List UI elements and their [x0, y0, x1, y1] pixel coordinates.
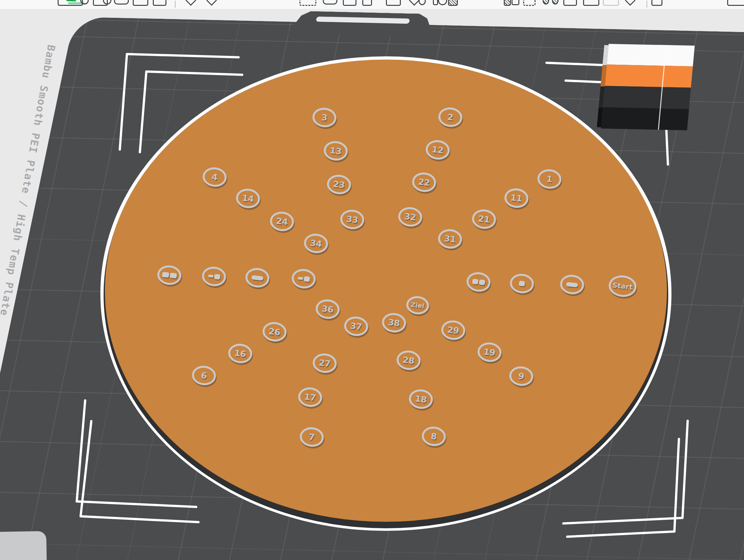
board-space-37[interactable]: 37: [344, 316, 368, 336]
board-space-ring: [466, 271, 491, 293]
board-space-ring: 29: [440, 319, 466, 341]
window-icon[interactable]: [727, 0, 744, 6]
board-space-symbol-7[interactable]: [560, 275, 584, 294]
board-space-label: 38: [387, 317, 400, 328]
chevron-down-icon[interactable]: [186, 0, 196, 6]
hatch-icon[interactable]: [448, 0, 458, 6]
board-space-start[interactable]: Start: [609, 275, 636, 297]
circle-icon[interactable]: [419, 0, 426, 5]
rect-icon[interactable]: [362, 0, 372, 6]
board-space-23[interactable]: 23: [327, 175, 351, 194]
chevron-down-icon[interactable]: [625, 0, 636, 6]
board-space-16[interactable]: 16: [228, 344, 252, 363]
board-space-28[interactable]: 28: [397, 350, 420, 370]
toolbar-divider: [646, 1, 647, 8]
pill-icon[interactable]: [114, 0, 129, 4]
board-space-ring: 16: [227, 342, 253, 364]
board-space-6[interactable]: 6: [192, 366, 216, 385]
board-space-12[interactable]: 12: [426, 140, 450, 159]
board-space-symbol-6[interactable]: [510, 274, 534, 293]
board-space-label: 12: [431, 144, 444, 155]
board-space-31[interactable]: 31: [438, 229, 462, 249]
plate-tab-icon[interactable]: [583, 0, 599, 6]
board-space-29[interactable]: 29: [441, 321, 465, 340]
board-space-symbol-3[interactable]: [246, 268, 269, 288]
at-circle-icon[interactable]: [438, 0, 447, 5]
hatched-circle-icon[interactable]: [543, 0, 549, 4]
board-space-9[interactable]: 9: [509, 366, 533, 386]
board-space-ring: 27: [312, 352, 338, 374]
board-space-33[interactable]: 33: [340, 210, 364, 229]
board-space-27[interactable]: 27: [313, 353, 337, 373]
board-space-ring: 2: [437, 106, 463, 128]
board-space-19[interactable]: 19: [478, 342, 501, 362]
board-space-symbol-4[interactable]: [292, 269, 316, 289]
board-space-3[interactable]: 3: [312, 108, 336, 127]
board-space-1[interactable]: 1: [537, 169, 561, 189]
plate-tab-light-icon[interactable]: [603, 0, 619, 6]
board-space-ring: 8: [421, 425, 447, 447]
board-space-symbol: [472, 279, 479, 285]
chevron-down-icon[interactable]: [409, 0, 419, 6]
board-space-7[interactable]: 7: [300, 427, 324, 447]
board-space-label: 9: [518, 371, 524, 381]
board-space-label: 27: [318, 358, 331, 369]
dashed-box-icon[interactable]: [299, 0, 316, 6]
prime-tower-band-black: [601, 107, 689, 130]
board-space-symbol: [298, 277, 303, 280]
board-space-ring: 4: [202, 166, 228, 188]
board-space-24[interactable]: 24: [270, 212, 294, 231]
board-space-38[interactable]: 38: [382, 313, 406, 332]
hatched-circle-icon[interactable]: [552, 0, 558, 4]
dotted-box-icon[interactable]: [523, 0, 535, 6]
board-space-17[interactable]: 17: [298, 387, 322, 407]
board-space-36[interactable]: 36: [316, 299, 340, 319]
board-space-ziel[interactable]: Ziel: [406, 296, 429, 314]
board-space-34[interactable]: 34: [304, 234, 328, 253]
board-space-label: 29: [447, 325, 459, 336]
file-icon[interactable]: [58, 0, 83, 6]
board-space-ring: 6: [191, 365, 217, 386]
hatch-icon[interactable]: [504, 0, 511, 6]
rect-icon[interactable]: [512, 0, 519, 5]
board-space-8[interactable]: 8: [422, 426, 446, 446]
panel-icon[interactable]: [133, 0, 148, 6]
board-space-symbol-1[interactable]: [157, 265, 181, 285]
board-space-21[interactable]: 21: [472, 210, 496, 229]
board-space-ring: 13: [323, 140, 349, 161]
rect-icon[interactable]: [386, 0, 401, 6]
board-space-4[interactable]: 4: [203, 167, 227, 187]
board-space-symbol: [566, 282, 578, 288]
board-space-18[interactable]: 18: [409, 389, 433, 409]
board-space-symbol: [251, 275, 263, 281]
board-space-22[interactable]: 22: [412, 173, 436, 192]
board-space-11[interactable]: 11: [505, 188, 528, 208]
board-space-14[interactable]: 14: [236, 189, 260, 208]
board-space-ring: 18: [408, 388, 434, 410]
prime-tower[interactable]: [601, 44, 695, 130]
slicer-3d-viewport[interactable]: 1234678911121314161718192122232426272829…: [0, 0, 744, 560]
board-space-ring: [509, 272, 535, 294]
board-space-ring: [559, 273, 585, 295]
board-space-label: 18: [414, 394, 427, 405]
board-space-label: 21: [478, 214, 490, 225]
chevron-down-icon[interactable]: [206, 0, 217, 6]
board-space-26[interactable]: 26: [263, 322, 287, 341]
flag-icon[interactable]: [652, 0, 662, 6]
board-space-13[interactable]: 13: [324, 141, 348, 160]
board-space-ring: 22: [411, 171, 437, 193]
board-space-symbol-5[interactable]: [467, 272, 490, 292]
crown-icon[interactable]: [563, 0, 577, 6]
rect-icon[interactable]: [343, 0, 357, 6]
board-space-ring: [291, 268, 317, 289]
rect-icon[interactable]: [433, 0, 438, 5]
rect-icon[interactable]: [153, 0, 166, 6]
pill-icon[interactable]: [323, 0, 337, 4]
board-space-32[interactable]: 32: [398, 207, 422, 227]
board-space-symbol-2[interactable]: [202, 267, 226, 286]
board-space-2[interactable]: 2: [438, 108, 462, 127]
board-space-label: 8: [430, 431, 437, 442]
board-space-label: 6: [200, 370, 207, 381]
board-space-ring: 19: [477, 341, 503, 363]
board-space-label: 36: [321, 304, 334, 314]
